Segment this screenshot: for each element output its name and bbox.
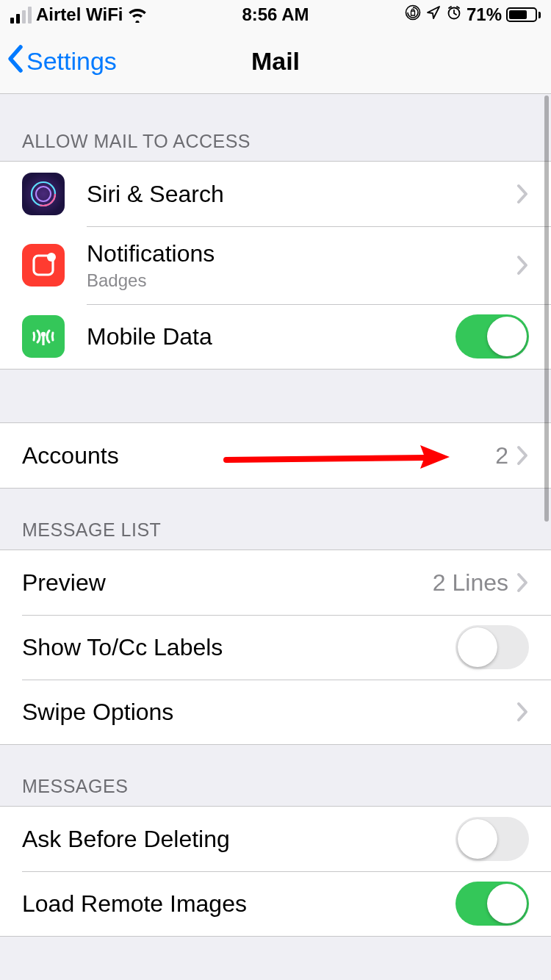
section-header-access: ALLOW MAIL TO ACCESS (0, 94, 551, 161)
group-message-list: Preview 2 Lines Show To/Cc Labels Swipe … (0, 550, 551, 745)
back-label: Settings (26, 47, 117, 76)
nav-bar: Settings Mail (0, 29, 551, 94)
mobile-data-icon (22, 315, 65, 358)
load-remote-label: Load Remote Images (22, 890, 455, 918)
chevron-left-icon (6, 44, 25, 79)
notifications-label: Notifications (87, 240, 516, 267)
siri-label: Siri & Search (87, 181, 516, 208)
mobile-data-toggle[interactable] (455, 314, 529, 359)
section-header-message-list: MESSAGE LIST (0, 489, 551, 550)
siri-icon (22, 173, 65, 215)
svg-rect-8 (42, 334, 44, 345)
alarm-icon (446, 4, 462, 25)
mobile-data-label: Mobile Data (87, 323, 455, 350)
chevron-right-icon (516, 254, 529, 276)
chevron-right-icon (516, 183, 529, 205)
row-swipe-options[interactable]: Swipe Options (0, 680, 551, 744)
accounts-label: Accounts (22, 442, 495, 469)
row-accounts[interactable]: Accounts 2 (0, 423, 551, 488)
scroll-indicator (544, 96, 549, 522)
section-gap (0, 370, 551, 422)
preview-label: Preview (22, 569, 433, 597)
status-left: Airtel WiFi (10, 4, 148, 25)
page-title: Mail (251, 47, 300, 76)
ask-delete-toggle[interactable] (455, 817, 529, 861)
chevron-right-icon (516, 701, 529, 723)
battery-icon (506, 7, 541, 22)
status-right: 71% (405, 4, 541, 25)
wifi-icon (127, 7, 148, 23)
show-tocc-toggle[interactable] (455, 625, 529, 669)
load-remote-toggle[interactable] (455, 882, 529, 926)
row-ask-before-deleting[interactable]: Ask Before Deleting (0, 807, 551, 871)
screen: { "status": { "carrier": "Airtel WiFi", … (0, 0, 551, 980)
chevron-right-icon (516, 444, 529, 466)
row-notifications[interactable]: Notifications Badges (0, 226, 551, 304)
ask-delete-label: Ask Before Deleting (22, 826, 455, 853)
row-mobile-data[interactable]: Mobile Data (0, 304, 551, 369)
accounts-value: 2 (495, 442, 508, 469)
orientation-lock-icon (405, 4, 421, 25)
svg-point-4 (36, 187, 51, 201)
back-button[interactable]: Settings (6, 44, 117, 79)
group-accounts: Accounts 2 (0, 422, 551, 489)
chevron-right-icon (516, 572, 529, 594)
cellular-signal-icon (10, 7, 32, 24)
status-time: 8:56 AM (242, 4, 309, 25)
preview-value: 2 Lines (433, 569, 508, 597)
carrier-label: Airtel WiFi (36, 4, 123, 25)
group-messages: Ask Before Deleting Load Remote Images (0, 806, 551, 937)
row-load-remote-images[interactable]: Load Remote Images (0, 871, 551, 936)
svg-point-6 (47, 253, 56, 262)
row-show-tocc[interactable]: Show To/Cc Labels (0, 615, 551, 680)
location-icon (425, 4, 442, 25)
battery-percent: 71% (467, 4, 502, 25)
row-preview[interactable]: Preview 2 Lines (0, 550, 551, 615)
notifications-icon (22, 244, 65, 287)
swipe-options-label: Swipe Options (22, 699, 516, 726)
group-access: Siri & Search Notifications Badges (0, 161, 551, 370)
notifications-sub: Badges (87, 270, 516, 291)
section-header-messages: MESSAGES (0, 745, 551, 806)
row-siri-search[interactable]: Siri & Search (0, 162, 551, 226)
show-tocc-label: Show To/Cc Labels (22, 634, 455, 661)
status-bar: Airtel WiFi 8:56 AM 71% (0, 0, 551, 29)
